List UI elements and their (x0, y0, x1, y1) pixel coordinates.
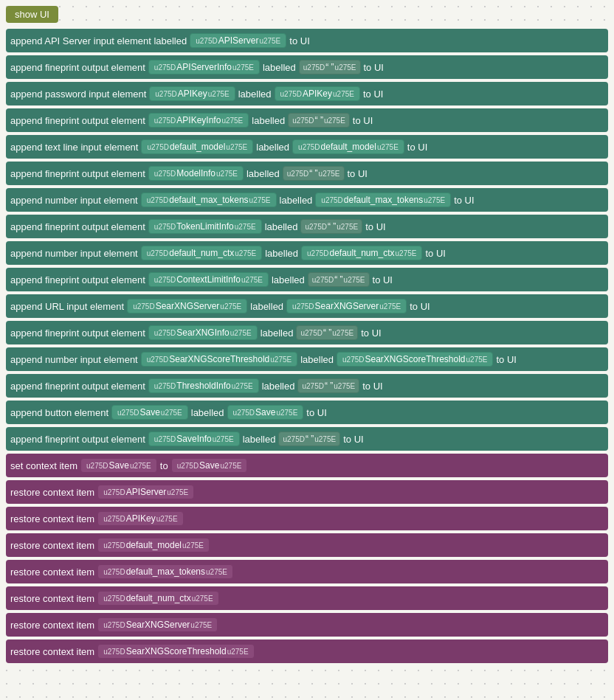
row-20: restore context itemdefault_model (6, 533, 608, 557)
row-text: labelled (252, 115, 285, 126)
chip-default-max-tokens[interactable]: default_max_tokens (97, 564, 233, 579)
row-21: restore context itemdefault_max_tokens (6, 560, 608, 583)
chip-apikey[interactable]: APIKey (275, 86, 360, 101)
chip-apiserver[interactable]: APIServer (190, 33, 286, 48)
row-text: append button element (10, 407, 108, 418)
row-22: restore context itemdefault_num_ctx (6, 586, 608, 610)
row-14: append fineprint output elementThreshold… (6, 374, 608, 398)
row-text: to UI (361, 328, 381, 339)
chip-saveinfo[interactable]: SaveInfo (148, 432, 240, 446)
chip-default-num-ctx[interactable]: default_num_ctx (141, 246, 262, 260)
row-1: append API Server input element labelled… (6, 29, 608, 52)
chip-apikey[interactable]: APIKey (97, 511, 183, 526)
row-text: append password input element (10, 89, 146, 100)
chip-searxngscorethreshold[interactable]: SearXNGScoreThreshold (97, 644, 254, 659)
row-text: append fineprint output element (10, 221, 145, 232)
show-ui-button[interactable]: show UI (6, 6, 58, 23)
row-13: append number input elementSearXNGScoreT… (6, 347, 608, 371)
chip-empty-label[interactable]: “ ” (308, 272, 370, 287)
row-text: restore context item (10, 540, 94, 551)
chip-searxngscorethreshold[interactable]: SearXNGScoreThreshold (337, 352, 493, 367)
row-text: to UI (289, 35, 309, 46)
row-text: to UI (363, 89, 383, 100)
chip-empty-label[interactable]: “ ” (299, 60, 361, 74)
row-4: append fineprint output elementAPIKeyInf… (6, 108, 608, 132)
row-text: restore context item (10, 646, 94, 657)
row-text: to UI (362, 381, 382, 392)
chip-apikey[interactable]: APIKey (149, 86, 235, 101)
chip-empty-label[interactable]: “ ” (297, 378, 359, 393)
chip-searxngserver[interactable]: SearXNGServer (97, 617, 218, 632)
row-10: append fineprint output elementContextLi… (6, 268, 608, 291)
chip-apiserver[interactable]: APIServer (97, 485, 194, 499)
chip-searxngserver[interactable]: SearXNGServer (127, 299, 247, 313)
row-text: append text line input element (10, 142, 138, 153)
row-text: labelled (300, 354, 334, 365)
row-text: restore context item (10, 566, 94, 578)
row-text: labelled (243, 434, 276, 445)
chip-tokenlimitinfo[interactable]: TokenLimitInfo (148, 219, 262, 234)
row-text: to UI (365, 221, 385, 232)
chip-searxnginfo[interactable]: SearXNGInfo (148, 325, 258, 340)
chip-empty-label[interactable]: “ ” (278, 432, 340, 446)
chip-empty-label[interactable]: “ ” (296, 325, 358, 340)
chip-contextlimitinfo[interactable]: ContextLimitInfo (148, 272, 269, 287)
row-text: labelled (280, 195, 313, 206)
row-text: labelled (265, 221, 298, 232)
chip-apikeyinfo[interactable]: APIKeyInfo (148, 113, 249, 128)
chip-apiserverinfo[interactable]: APIServerInfo (148, 60, 260, 74)
chip-searxngscorethreshold[interactable]: SearXNGScoreThreshold (141, 352, 297, 367)
row-19: restore context itemAPIKey (6, 507, 608, 530)
row-text: labelled (238, 89, 272, 100)
row-text: to UI (425, 248, 445, 259)
row-text: append fineprint output element (10, 168, 145, 179)
row-text: append fineprint output element (10, 115, 145, 126)
chip-default-max-tokens[interactable]: default_max_tokens (141, 193, 277, 207)
row-text: restore context item (10, 513, 94, 524)
row-text: restore context item (10, 487, 94, 498)
chip-thresholdinfo[interactable]: ThresholdInfo (148, 378, 259, 393)
chip-default-model[interactable]: default_model (141, 139, 253, 154)
row-text: labelled (265, 248, 298, 259)
row-text: to UI (364, 62, 384, 73)
row-11: append URL input elementSearXNGServerlab… (6, 294, 608, 318)
chip-save[interactable]: Save (227, 405, 304, 420)
chip-default-num-ctx[interactable]: default_num_ctx (301, 246, 422, 260)
row-23: restore context itemSearXNGServer (6, 613, 608, 637)
row-5: append text line input elementdefault_mo… (6, 135, 608, 159)
chip-searxngserver[interactable]: SearXNGServer (286, 299, 407, 313)
row-text: append API Server input element labelled (10, 35, 187, 46)
row-text: labelled (246, 168, 280, 179)
chip-save[interactable]: Save (171, 458, 248, 473)
row-3: append password input elementAPIKeylabel… (6, 82, 608, 105)
chip-save[interactable]: Save (80, 458, 157, 473)
row-text: labelled (262, 381, 295, 392)
row-text: labelled (256, 142, 289, 153)
chip-empty-label[interactable]: “ ” (288, 113, 350, 128)
chip-default-num-ctx[interactable]: default_num_ctx (97, 591, 218, 606)
row-text: to UI (343, 434, 363, 445)
chip-modelinfo[interactable]: ModelInfo (148, 166, 244, 181)
row-text: to UI (496, 354, 516, 365)
row-text: to (160, 460, 168, 471)
row-18: restore context itemAPIServer (6, 480, 608, 504)
row-16: append fineprint output elementSaveInfol… (6, 427, 608, 451)
row-text: append URL input element (10, 301, 124, 312)
chip-default-model[interactable]: default_model (97, 538, 210, 552)
chip-save[interactable]: Save (111, 405, 188, 420)
row-text: append number input element (10, 248, 138, 259)
chip-default-model[interactable]: default_model (292, 139, 404, 154)
chip-empty-label[interactable]: “ ” (300, 219, 362, 234)
row-text: append fineprint output element (10, 328, 145, 339)
row-text: labelled (250, 301, 283, 312)
chip-empty-label[interactable]: “ ” (283, 166, 345, 181)
row-text: labelled (261, 328, 294, 339)
chip-default-max-tokens[interactable]: default_max_tokens (315, 193, 451, 207)
row-text: to UI (454, 195, 474, 206)
row-text: to UI (373, 274, 393, 285)
row-text: restore context item (10, 593, 94, 604)
row-text: labelled (272, 274, 305, 285)
row-text: append fineprint output element (10, 62, 145, 73)
row-text: to UI (407, 142, 427, 153)
row-7: append number input elementdefault_max_t… (6, 188, 608, 212)
